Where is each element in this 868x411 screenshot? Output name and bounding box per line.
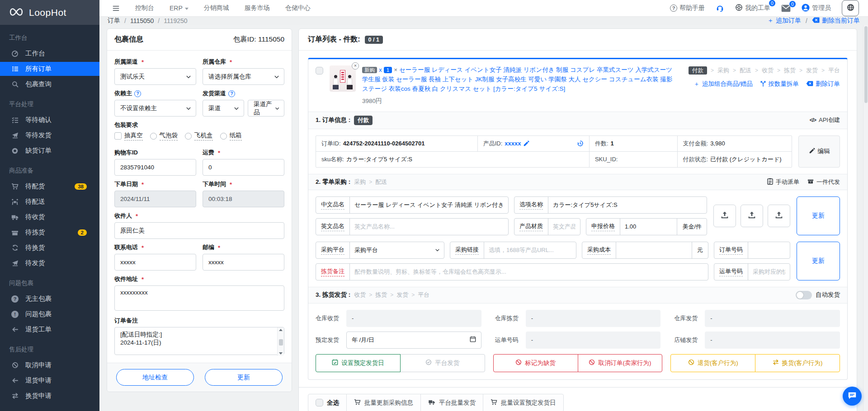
breadcrumb-package-id[interactable]: 1115050	[120, 17, 154, 24]
purchase-cost-input[interactable]	[616, 242, 692, 258]
batch-update-purchase-button[interactable]: 批量更新采购信息	[347, 394, 421, 411]
nav-erp[interactable]: ERP	[170, 5, 189, 12]
mark-oos-button[interactable]: 标记为缺货	[493, 354, 578, 372]
batch-set-ship-date-button[interactable]: 批量设置预定发货日	[483, 394, 563, 411]
platform-ship-button[interactable]: 平台发货	[400, 354, 485, 372]
append-order-button[interactable]: ＋ 追加订单	[767, 17, 801, 25]
radio[interactable]	[150, 133, 157, 140]
material-input[interactable]	[548, 219, 580, 235]
owner-select[interactable]: 不设置依赖主	[114, 100, 196, 117]
packing-option-carton[interactable]: 纸箱	[220, 131, 242, 140]
sidebar-item-to-exchange[interactable]: 待换货	[0, 241, 99, 255]
packing-option-bubble[interactable]: 气泡袋	[150, 131, 178, 140]
sidebar-item-to-receive[interactable]: 待收货	[0, 210, 99, 224]
declare-price-input[interactable]	[620, 219, 677, 235]
batch-platform-ship-button[interactable]: 平台批量发货	[421, 394, 483, 411]
auto-ship-toggle[interactable]	[796, 291, 812, 299]
radio[interactable]	[220, 133, 227, 140]
sidebar-item-exchange-request[interactable]: 换货申请	[0, 389, 99, 403]
manual-dispatch-button[interactable]: 手动派单	[767, 178, 799, 186]
sidebar-item-unclaimed-package[interactable]: ? 无主包裹	[0, 292, 99, 306]
option-name-input[interactable]	[548, 197, 707, 213]
mail-icon[interactable]: 0	[781, 5, 791, 12]
nav-console[interactable]: 控制台	[135, 4, 154, 12]
exchange-button[interactable]: 换货(客户行为)	[755, 354, 840, 372]
select-all-cell[interactable]: 全选	[308, 394, 347, 411]
order-checkbox[interactable]	[316, 67, 323, 75]
en-name-input[interactable]	[350, 219, 508, 235]
packing-option-vacuum[interactable]: 抽真空	[114, 131, 143, 140]
edit-product-id-icon[interactable]	[523, 140, 529, 147]
upload-image-button[interactable]	[768, 205, 790, 227]
freight-input[interactable]	[203, 159, 284, 176]
warehouse-select[interactable]: 请选择所属仓库	[203, 68, 284, 85]
waybill-number-input[interactable]	[748, 264, 790, 280]
select-all-checkbox[interactable]	[316, 399, 323, 406]
help-icon[interactable]: ?	[134, 90, 141, 97]
set-ship-date-button[interactable]: 设置预定发货日	[316, 354, 401, 372]
sidebar-item-oos-orders[interactable]: 缺货订单	[0, 144, 99, 158]
split-by-qty-button[interactable]: 按数量拆单	[760, 80, 799, 88]
delete-current-order-button[interactable]: 删除当前订单	[812, 17, 860, 25]
checkbox[interactable]	[114, 132, 122, 140]
pick-note-input[interactable]	[350, 264, 708, 280]
package-update-button[interactable]: 更新	[205, 369, 283, 386]
cart-id-input[interactable]	[114, 159, 196, 176]
sidebar-item-problem-package[interactable]: ! 问题包裹	[0, 307, 99, 321]
channel-select[interactable]: 测试乐天	[114, 68, 196, 85]
admin-account[interactable]: 管理员	[802, 4, 831, 13]
dropship-button[interactable]: 一件代发	[807, 178, 840, 186]
edit-order-button[interactable]: 编辑	[798, 135, 840, 168]
purchase-platform-select[interactable]: 采购平台	[350, 242, 444, 258]
upload-image-button[interactable]	[741, 205, 763, 227]
sidebar-item-to-deliver[interactable]: 待配送	[0, 195, 99, 209]
cn-name-input[interactable]	[350, 197, 508, 213]
headset-icon[interactable]	[716, 4, 724, 12]
cancel-order-button[interactable]: 取消订单(卖家行为)	[578, 354, 663, 372]
page-scrollbar[interactable]	[863, 25, 868, 411]
product-thumbnail[interactable]: ×	[330, 65, 356, 92]
receiver-input[interactable]	[114, 222, 284, 239]
sidebar-item-workbench[interactable]: 工作台	[0, 47, 99, 61]
language-button[interactable]	[842, 0, 859, 16]
nav-distribution-mall[interactable]: 分销商城	[204, 4, 229, 12]
sidebar-item-return-ticket[interactable]: 退货工单	[0, 322, 99, 336]
sidebar-item-to-pick[interactable]: 待拣货 2	[0, 225, 99, 239]
purchase-link-input[interactable]	[484, 242, 576, 258]
ship-channel-select[interactable]: 渠道	[203, 100, 244, 117]
remove-thumbnail-icon[interactable]: ×	[352, 62, 359, 70]
address-check-button[interactable]: 地址检查	[116, 369, 194, 386]
nav-warehouse-center[interactable]: 仓储中心	[285, 4, 311, 12]
update-product-button[interactable]: 更新	[797, 196, 840, 235]
sidebar-item-to-allocate[interactable]: 待配货 38	[0, 179, 99, 193]
return-button[interactable]: 退货(客户行为)	[670, 354, 755, 372]
help-icon[interactable]: ?	[228, 90, 235, 97]
scroll-thumb[interactable]	[279, 339, 283, 346]
ship-product-select[interactable]: 渠道产品	[248, 100, 284, 117]
help-manual-link[interactable]: ? 帮助手册	[670, 4, 705, 12]
sidebar-item-to-ship[interactable]: 待发货	[0, 256, 99, 270]
sidebar-item-return-request[interactable]: 退货申请	[0, 374, 99, 388]
update-purchase-button[interactable]: 更新	[797, 242, 840, 280]
my-tickets-link[interactable]: 我的工单 0	[735, 4, 770, 13]
chat-fab-button[interactable]	[843, 387, 862, 406]
sidebar-item-cancel-request[interactable]: 取消申请	[0, 358, 99, 372]
radio[interactable]	[185, 133, 192, 140]
breadcrumb-orders[interactable]: 订单	[108, 17, 120, 25]
nav-service-market[interactable]: 服务市场	[245, 4, 270, 12]
history-icon[interactable]	[577, 140, 584, 147]
planned-ship-date-input[interactable]: 年 /月/日	[346, 332, 481, 349]
delete-order-button[interactable]: 删除订单	[806, 80, 840, 88]
address-textarea[interactable]: xxxxxxxxx	[114, 285, 284, 311]
add-combo-button[interactable]: ＋追加组合商品/赠品	[693, 80, 752, 88]
sidebar-item-all-orders[interactable]: 所有订单	[0, 62, 99, 76]
sidebar-item-waiting-confirm[interactable]: 等待确认	[0, 113, 99, 127]
scrollbar[interactable]	[277, 327, 284, 356]
hamburger-menu-icon[interactable]	[112, 5, 120, 12]
sidebar-item-package-search[interactable]: 包裹查询	[0, 77, 99, 91]
order-number-input[interactable]	[748, 242, 790, 258]
remark-textarea[interactable]: [配送日時指定:] 2024-11-17(日)	[114, 327, 284, 355]
app-logo[interactable]: LoopHot	[0, 0, 99, 25]
sidebar-item-waiting-ship[interactable]: 等待发货	[0, 128, 99, 142]
zip-input[interactable]	[203, 254, 284, 271]
